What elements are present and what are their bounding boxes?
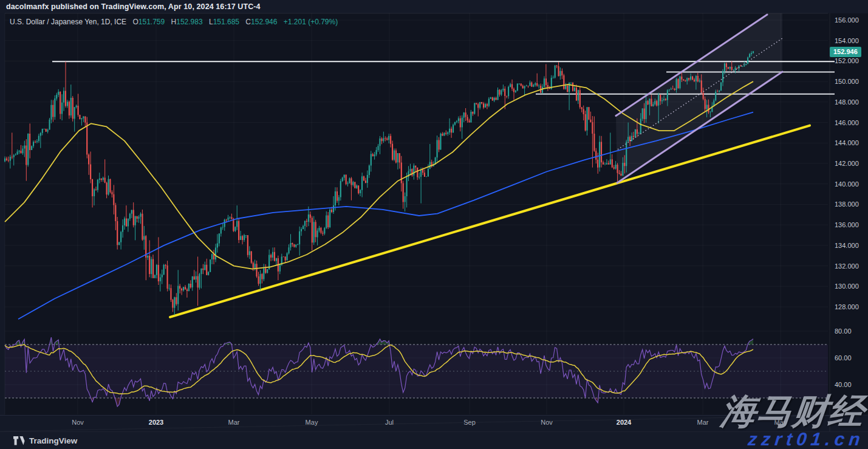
time-axis-label: Nov: [72, 419, 84, 426]
low-value: 151.685: [213, 18, 239, 26]
price-axis-label: 130.000: [835, 283, 859, 290]
time-axis[interactable]: Nov2023MarMayJulSepNov2024MarMay: [0, 415, 868, 431]
price-axis-label: 154.000: [835, 37, 859, 44]
price-axis-label: 136.000: [835, 221, 859, 228]
low-label: L: [209, 18, 213, 26]
price-axis[interactable]: 156.000154.000152.000150.000148.000146.0…: [830, 0, 868, 449]
rsi-band: [5, 344, 828, 398]
price-axis-label: 138.000: [835, 201, 859, 208]
trendline[interactable]: [170, 126, 810, 317]
time-axis-label: Mar: [228, 419, 240, 426]
chart-canvas[interactable]: [0, 0, 868, 449]
time-axis-label: Nov: [541, 419, 553, 426]
time-axis-label: Jul: [385, 419, 394, 426]
last-price-label: 152.946: [830, 47, 861, 57]
price-axis-label: 142.000: [835, 160, 859, 167]
candlestick-series: [4, 51, 754, 315]
tradingview-logo-link[interactable]: TradingView: [13, 436, 77, 446]
change-value: +1.201 (+0.79%): [284, 18, 338, 26]
price-axis-label: 156.000: [835, 16, 859, 24]
legend: U.S. Dollar / Japanese Yen, 1D, ICE O151…: [10, 18, 338, 26]
tradingview-icon: [13, 436, 25, 446]
time-axis-label: Mar: [697, 419, 709, 426]
open-label: O: [132, 18, 138, 26]
symbol-title[interactable]: U.S. Dollar / Japanese Yen, 1D, ICE: [10, 18, 126, 26]
price-axis-label: 134.000: [835, 242, 859, 249]
time-axis-label: 2023: [149, 419, 163, 426]
price-axis-label: 144.000: [835, 139, 859, 146]
time-axis-label: May: [306, 419, 318, 426]
high-label: H: [171, 18, 177, 26]
close-label: C: [245, 18, 251, 26]
rsi-axis-label: 60.00: [835, 354, 852, 362]
price-axis-label: 140.000: [835, 180, 859, 188]
price-axis-label: 146.000: [835, 119, 859, 126]
open-value: 151.759: [138, 18, 165, 26]
price-axis-label: 152.000: [835, 57, 859, 64]
close-value: 152.946: [251, 18, 277, 26]
rsi-axis-label: 40.00: [835, 381, 852, 388]
time-axis-label: 2024: [617, 419, 631, 426]
footer: TradingView: [0, 431, 868, 449]
price-axis-label: 148.000: [835, 98, 859, 106]
price-axis-label: 132.000: [835, 262, 859, 270]
time-axis-label: Sep: [463, 419, 476, 426]
rsi-axis-label: 80.00: [835, 327, 852, 335]
price-axis-label: 128.000: [835, 303, 859, 310]
tradingview-published-chart: dacolmanfx published on TradingView.com,…: [0, 0, 868, 449]
high-value: 152.983: [176, 18, 202, 26]
price-axis-label: 150.000: [835, 78, 859, 85]
time-axis-label: May: [774, 419, 787, 426]
tradingview-brand-text: TradingView: [29, 436, 77, 445]
